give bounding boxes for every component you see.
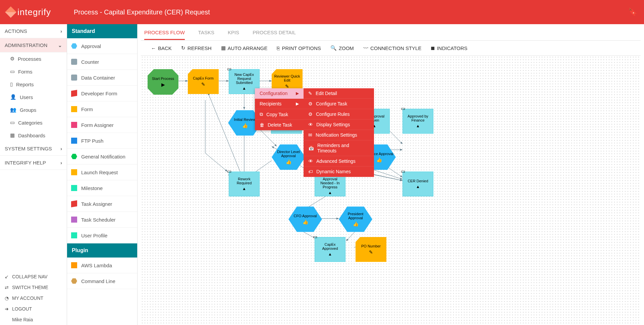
node-start-process[interactable]: Start Process▶ [148, 69, 178, 95]
palette-approval[interactable]: Approval [67, 38, 137, 54]
sidebar-section-administration[interactable]: ADMINISTRATION⌄ [0, 38, 67, 52]
user-icon: 👤 [186, 66, 192, 71]
palette-label: Form Assigner [81, 122, 114, 128]
node-director-approval[interactable]: 👤Director Level Approval👍 [272, 143, 305, 171]
palette-label: AWS Lambda [81, 263, 112, 268]
tab-kpis[interactable]: KPIS [228, 25, 239, 40]
doc-icon: ▭ [227, 66, 231, 72]
node-cfo-approval[interactable]: 👤CFO Approval👍 [288, 205, 322, 233]
palette-form[interactable]: Form [67, 101, 137, 117]
palette-task-scheduler[interactable]: Task Scheduler [67, 212, 137, 228]
sidebar-section-help[interactable]: INTEGRIFY HELP› [0, 156, 67, 170]
palette-form-assigner[interactable]: Form Assigner [67, 117, 137, 133]
ctx-label: Edit Detail [316, 91, 337, 96]
ctx-delete-task[interactable]: 🗑Delete Task [255, 120, 304, 130]
aws-icon [71, 262, 77, 268]
auto-arrange-button[interactable]: ▦AUTO ARRANGE [221, 45, 268, 51]
tab-tasks[interactable]: TASKS [198, 25, 214, 40]
node-capex-approved[interactable]: ▭CapEx Approved▲ [315, 237, 345, 262]
ctx-configure-task[interactable]: ⚙Configure Task [304, 99, 374, 109]
sidebar-item-processes[interactable]: ⚙Processes [0, 52, 67, 65]
palette-label: Launch Request [81, 170, 118, 175]
ctx-configuration[interactable]: Configuration▶ [255, 88, 304, 99]
action-label: LOGOUT [12, 306, 32, 312]
milestone-icon [71, 185, 77, 191]
sidebar-item-users[interactable]: 👤Users [0, 91, 67, 103]
ctx-dynamic-names[interactable]: 🏷Dynamic Names [304, 167, 374, 177]
palette-label: Data Container [81, 75, 115, 81]
user-icon: 👤 [337, 202, 342, 207]
sidebar-item-categories[interactable]: ▭Categories [0, 116, 67, 129]
palette-milestone[interactable]: Milestone [67, 180, 137, 196]
sidebar-section-system[interactable]: SYSTEM SETTINGS› [0, 142, 67, 156]
node-label: Approved by Finance [404, 114, 432, 122]
ctx-display-settings[interactable]: 👁Display Settings [304, 120, 374, 130]
chevron-right-icon: › [60, 146, 62, 151]
btn-label: ZOOM [339, 45, 354, 51]
palette-data-container[interactable]: Data Container [67, 70, 137, 86]
task-palette: Standard Approval Counter Data Container… [67, 24, 138, 325]
node-approved-by-finance[interactable]: ▭Approved by Finance▲ [402, 109, 433, 134]
collapse-icon: ↙ [5, 274, 9, 279]
connection-style-button[interactable]: 〰CONNECTION STYLE [363, 45, 422, 51]
palette-general-notification[interactable]: General Notification [67, 149, 137, 165]
refresh-button[interactable]: ↻REFRESH [181, 45, 212, 51]
ctx-notification-settings[interactable]: ✉Notification Settings [304, 130, 374, 140]
flow-canvas[interactable]: Start Process▶ 👤CapEx Form✎ ▭New CapEx R… [141, 56, 641, 325]
sidebar-item-reports[interactable]: ▯Reports [0, 78, 67, 91]
ctx-edit-detail[interactable]: ✎Edit Detail [304, 88, 374, 99]
ctx-reminders-timeouts[interactable]: 📅Reminders and Timeouts [304, 140, 374, 156]
thumb-up-icon: 👍 [303, 219, 308, 225]
sidebar-section-actions[interactable]: ACTIONS› [0, 24, 67, 38]
node-label: CER Denied [408, 179, 428, 183]
tab-process-detail[interactable]: PROCESS DETAIL [253, 25, 296, 40]
my-account-button[interactable]: ◔MY ACCOUNT [0, 293, 67, 304]
ctx-advanced-settings[interactable]: 👁Advanced Settings [304, 156, 374, 167]
launch-icon [71, 169, 77, 175]
sidebar-item-forms[interactable]: ▭Forms [0, 65, 67, 78]
ctx-copy-task[interactable]: ⧉Copy Task [255, 109, 304, 120]
palette-aws-lambda[interactable]: AWS Lambda [67, 258, 137, 273]
chevron-right-icon: › [60, 160, 62, 166]
palette-developer-form[interactable]: Developer Form [67, 86, 137, 101]
sidebar-item-label: Processes [18, 56, 41, 62]
ctx-recipients[interactable]: Recipients▶ [255, 99, 304, 109]
print-icon: ⎘ [277, 45, 280, 51]
sidebar-item-dashboards[interactable]: ▦Dashboards [0, 129, 67, 142]
palette-command-line[interactable]: Command Line [67, 273, 137, 289]
bookmark-icon[interactable]: 🔖 [628, 8, 637, 16]
node-rework-required[interactable]: ▭Rework Required▲ [229, 172, 260, 196]
user-icon: 👤 [354, 234, 359, 239]
node-po-number[interactable]: 👤PO Number✎ [356, 237, 386, 262]
btn-label: PRINT OPTIONS [282, 45, 321, 51]
node-label: Start Process [152, 77, 174, 81]
collapse-nav-button[interactable]: ↙COLLAPSE NAV [0, 271, 67, 282]
switch-theme-button[interactable]: ⇄SWITCH THEME [0, 282, 67, 293]
context-menu: Configuration▶ Recipients▶ ⧉Copy Task 🗑D… [255, 88, 304, 130]
current-user: Mike Raia [0, 314, 67, 325]
node-cer-denied[interactable]: ▭CER Denied▲ [402, 172, 433, 196]
tab-process-flow[interactable]: PROCESS FLOW [144, 25, 185, 40]
palette-user-profile[interactable]: User Profile [67, 228, 137, 243]
palette-counter[interactable]: Counter [67, 54, 137, 70]
sidebar-item-groups[interactable]: 👥Groups [0, 103, 67, 116]
logo-diamond-icon [5, 6, 16, 18]
node-capex-form[interactable]: 👤CapEx Form✎ [188, 69, 219, 94]
palette-launch-request[interactable]: Launch Request [67, 165, 137, 180]
ctx-configure-rules[interactable]: ⚙Configure Rules [304, 109, 374, 120]
chevron-right-icon: ▶ [296, 91, 299, 96]
user-icon: 👤 [10, 94, 16, 100]
ftp-icon [71, 138, 77, 144]
back-button[interactable]: ←BACK [151, 45, 172, 51]
app-logo[interactable]: integrify [7, 7, 67, 17]
gear-icon: ⚙ [308, 101, 313, 106]
logout-button[interactable]: ➜LOGOUT [0, 304, 67, 314]
zoom-button[interactable]: 🔍ZOOM [330, 45, 354, 51]
indicators-button[interactable]: ◼INDICATORS [431, 45, 467, 51]
palette-header-standard: Standard [67, 24, 137, 38]
print-options-button[interactable]: ⎘PRINT OPTIONS [277, 45, 321, 51]
node-president-approval[interactable]: 👤President Approval👍 [339, 205, 372, 233]
palette-ftp-push[interactable]: FTP Push [67, 133, 137, 149]
palette-task-assigner[interactable]: Task Assigner [67, 196, 137, 212]
form-icon [71, 106, 77, 112]
